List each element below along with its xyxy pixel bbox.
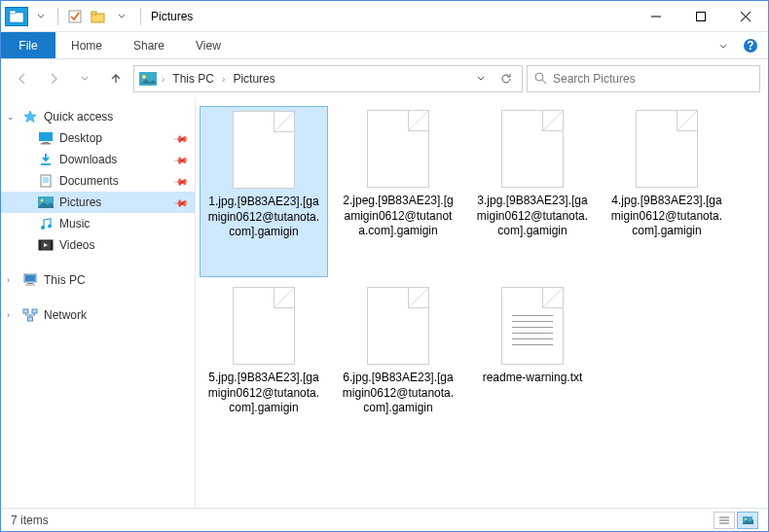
svg-rect-32	[27, 283, 33, 284]
file-tab[interactable]: File	[1, 32, 55, 58]
file-name: readme-warning.txt	[481, 371, 585, 386]
svg-text:?: ?	[747, 39, 753, 53]
svg-line-14	[542, 80, 546, 84]
expand-ribbon-icon[interactable]	[710, 32, 737, 58]
svg-point-25	[41, 226, 45, 230]
svg-rect-33	[25, 284, 35, 286]
svg-rect-29	[51, 240, 53, 250]
tab-view[interactable]: View	[180, 32, 237, 58]
file-name: 4.jpg.[9B83AE23].[gamigin0612@tutanota.c…	[606, 194, 727, 239]
svg-rect-15	[39, 132, 53, 141]
help-button[interactable]: ?	[739, 34, 762, 57]
qat-down-icon[interactable]	[30, 6, 52, 27]
refresh-icon[interactable]	[494, 73, 518, 85]
sidebar-item-label: Videos	[59, 238, 94, 252]
file-item[interactable]: 1.jpg.[9B83AE23].[gamigin0612@tutanota.c…	[200, 106, 328, 277]
file-name: 2.jpeg.[9B83AE23].[gamigin0612@tutanota.…	[338, 194, 458, 239]
properties-checkbox-icon[interactable]	[64, 6, 86, 27]
svg-rect-1	[10, 11, 16, 14]
sidebar-item-documents[interactable]: Documents📌	[1, 170, 195, 192]
svg-rect-6	[697, 12, 706, 20]
back-button[interactable]	[9, 65, 36, 92]
file-icon	[233, 287, 295, 365]
pictures-icon	[138, 70, 158, 88]
minimize-button[interactable]	[634, 1, 678, 32]
caret-right-icon[interactable]: ›	[7, 310, 10, 320]
window-title: Pictures	[151, 10, 193, 23]
sidebar-this-pc[interactable]: › This PC	[1, 269, 195, 291]
svg-rect-16	[43, 142, 49, 143]
sidebar-label: Network	[44, 308, 87, 322]
caret-down-icon[interactable]: ⌄	[7, 112, 15, 122]
new-folder-icon[interactable]	[88, 6, 109, 27]
address-dropdown-icon[interactable]	[469, 74, 493, 84]
sidebar-item-label: Pictures	[59, 195, 101, 209]
file-item[interactable]: 6.jpg.[9B83AE23].[gamigin0612@tutanota.c…	[334, 283, 462, 454]
network-icon	[22, 307, 38, 323]
qat-customize-icon[interactable]	[111, 6, 132, 27]
downloads-icon	[38, 152, 54, 167]
file-name: 5.jpg.[9B83AE23].[gamigin0612@tutanota.c…	[203, 371, 324, 416]
file-icon	[367, 287, 429, 365]
svg-point-24	[41, 199, 44, 202]
chevron-right-icon[interactable]: ›	[160, 74, 166, 85]
file-icon	[233, 111, 295, 189]
file-item[interactable]: 2.jpeg.[9B83AE23].[gamigin0612@tutanota.…	[334, 106, 462, 277]
search-box[interactable]	[527, 65, 760, 92]
search-icon	[533, 71, 547, 88]
chevron-right-icon[interactable]: ›	[220, 74, 227, 85]
pin-icon: 📌	[173, 173, 189, 189]
close-button[interactable]	[723, 1, 768, 32]
pictures-icon	[38, 195, 54, 210]
recent-locations-icon[interactable]	[71, 65, 98, 92]
sidebar-label: Quick access	[44, 110, 113, 124]
breadcrumb-pictures[interactable]: Pictures	[229, 72, 278, 86]
file-item[interactable]: 3.jpg.[9B83AE23].[gamigin0612@tutanota.c…	[468, 106, 597, 277]
details-view-button[interactable]	[714, 512, 735, 529]
maximize-button[interactable]	[678, 1, 723, 32]
tab-share[interactable]: Share	[118, 32, 180, 58]
file-item[interactable]: 4.jpg.[9B83AE23].[gamigin0612@tutanota.c…	[603, 106, 731, 277]
search-input[interactable]	[553, 72, 753, 86]
svg-rect-4	[92, 12, 96, 15]
file-list[interactable]: 1.jpg.[9B83AE23].[gamigin0612@tutanota.c…	[196, 98, 768, 510]
star-icon	[22, 109, 38, 124]
desktop-icon	[38, 130, 54, 146]
sidebar-item-videos[interactable]: Videos	[1, 234, 195, 256]
svg-point-13	[535, 73, 543, 81]
file-icon	[636, 110, 698, 188]
status-bar: 7 items	[1, 508, 768, 531]
documents-icon	[38, 173, 54, 189]
forward-button[interactable]	[40, 65, 67, 92]
file-icon	[501, 287, 564, 365]
videos-icon	[38, 237, 54, 253]
file-name: 1.jpg.[9B83AE23].[gamigin0612@tutanota.c…	[204, 195, 323, 240]
sidebar-quick-access[interactable]: ⌄ Quick access	[1, 106, 195, 127]
pin-icon: 📌	[173, 195, 189, 210]
svg-point-41	[745, 518, 747, 520]
svg-point-26	[48, 225, 52, 229]
svg-point-12	[142, 75, 146, 79]
app-icon[interactable]	[5, 7, 28, 26]
thumbnails-view-button[interactable]	[737, 512, 758, 529]
pin-icon: 📌	[173, 130, 189, 146]
caret-right-icon[interactable]: ›	[7, 275, 10, 285]
svg-rect-36	[28, 317, 33, 321]
divider	[140, 8, 141, 25]
ribbon: File Home Share View ?	[1, 32, 768, 59]
sidebar-label: This PC	[44, 273, 86, 287]
sidebar-item-label: Documents	[59, 174, 119, 188]
up-button[interactable]	[102, 65, 129, 92]
sidebar-item-pictures[interactable]: Pictures📌	[1, 192, 195, 213]
tab-home[interactable]: Home	[55, 32, 118, 58]
sidebar-item-music[interactable]: Music	[1, 213, 195, 234]
svg-rect-17	[41, 143, 51, 145]
breadcrumb-this-pc[interactable]: This PC	[168, 72, 218, 86]
file-item[interactable]: 5.jpg.[9B83AE23].[gamigin0612@tutanota.c…	[200, 283, 328, 454]
address-bar[interactable]: › This PC › Pictures	[133, 65, 523, 92]
pin-icon: 📌	[173, 152, 189, 167]
file-item[interactable]: readme-warning.txt	[468, 283, 597, 454]
sidebar-item-downloads[interactable]: Downloads📌	[1, 149, 195, 170]
sidebar-network[interactable]: › Network	[1, 304, 195, 326]
sidebar-item-desktop[interactable]: Desktop📌	[1, 127, 195, 149]
